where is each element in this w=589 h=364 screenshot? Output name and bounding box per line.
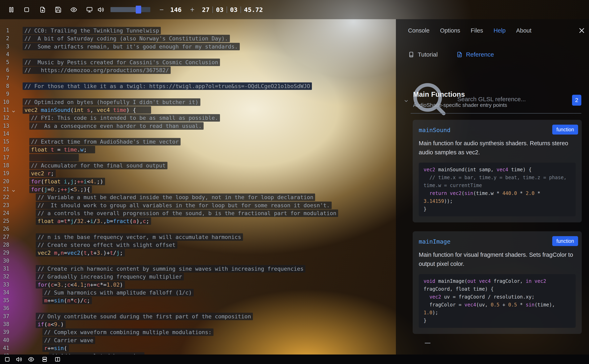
panel-tab-about[interactable]: About xyxy=(516,27,531,34)
code-line[interactable]: 38 if(a<9.) xyxy=(0,320,414,328)
reference-card-mainImage[interactable]: mainImagefunctionMain function for visua… xyxy=(413,231,582,334)
code-line[interactable]: 32 // Gradually increasing frequency mul… xyxy=(0,273,414,280)
split-vertical-button[interactable] xyxy=(54,356,61,363)
panel-tab-help[interactable]: Help xyxy=(494,27,506,34)
code-line[interactable]: 8// For those that like it as a twigl: h… xyxy=(0,82,414,90)
code-line[interactable]: 24 // a controls the overall progression… xyxy=(0,209,414,217)
line-number: 23 xyxy=(0,202,9,209)
code-text: // Sum harmonics with amplitude falloff … xyxy=(42,289,194,296)
fold-chevron-icon[interactable] xyxy=(11,187,16,192)
code-line[interactable]: 29 vec2 m,n=vec2(t,t+3.)+t/j; xyxy=(0,249,414,257)
code-line[interactable]: 35 m+=sin(n*c)/c; xyxy=(0,297,414,304)
save-button[interactable] xyxy=(55,6,62,13)
split-horizontal-button[interactable] xyxy=(41,356,48,363)
code-line[interactable]: 39 // Complex waveform combining multipl… xyxy=(0,328,414,336)
volume-icon xyxy=(16,356,22,363)
preview-button-bottom[interactable] xyxy=(28,356,34,363)
slider-thumb[interactable] xyxy=(136,6,141,13)
stop-button-bottom[interactable] xyxy=(4,356,11,363)
code-line[interactable]: 33 for(c=3.;c<4.1;n+=c*=1.02) xyxy=(0,281,414,289)
audioshade-app: − 146 + 27030345.72 1// CC0: Trailing th… xyxy=(0,0,589,364)
volume-icon xyxy=(97,6,104,13)
subtab-tutorial[interactable]: Tutorial xyxy=(408,51,438,58)
code-text xyxy=(29,154,79,161)
code-line[interactable]: 6// https://demozoo.org/productions/3675… xyxy=(0,66,414,74)
code-line[interactable]: 23 // It should work to group all variab… xyxy=(0,202,414,209)
panel-tab-files[interactable]: Files xyxy=(471,27,483,34)
reference-card-mainSound[interactable]: mainSoundfunctionMain function for audio… xyxy=(413,120,582,222)
code-line[interactable]: 9 xyxy=(0,90,414,98)
subtab-reference[interactable]: Reference xyxy=(456,51,494,58)
collapse-section-button[interactable] xyxy=(404,98,409,104)
line-number: 18 xyxy=(0,162,9,169)
code-text: vec2 mainSound(int s, vec4 time) { xyxy=(23,106,151,114)
code-line[interactable]: 7 xyxy=(0,74,414,82)
code-line[interactable]: 36 xyxy=(0,304,414,312)
new-file-button[interactable] xyxy=(39,6,46,13)
time-separator xyxy=(227,6,227,13)
code-line[interactable]: 12 // FYI: This code is intended to be a… xyxy=(0,114,414,122)
transport-time-display: 27030345.72 xyxy=(202,0,263,19)
line-number: 3 xyxy=(0,43,9,51)
pause-button[interactable] xyxy=(8,6,15,13)
code-line[interactable]: 18 // Accumulator for the final sound ou… xyxy=(0,162,414,169)
close-panel-button[interactable] xyxy=(578,26,586,34)
line-number: 17 xyxy=(0,154,9,162)
display-button[interactable] xyxy=(86,6,93,13)
code-line[interactable]: 25 float a=t*j/32.+i/3.,b=fract(a),c; xyxy=(0,217,414,225)
code-text: // Gradually increasing frequency multip… xyxy=(36,273,184,280)
code-line[interactable]: 30 xyxy=(0,257,414,265)
line-number: 11 xyxy=(0,106,9,114)
code-editor[interactable]: 1// CC0: Trailing the Twinkling Tunnelwi… xyxy=(0,19,414,355)
line-number: 42 xyxy=(0,352,9,355)
code-line[interactable]: 40 // Carrier wave xyxy=(0,336,414,344)
columns-icon xyxy=(54,356,61,363)
code-line[interactable]: 21 for(j=0.;++j<5.;){ xyxy=(0,185,414,193)
code-example: void mainImage(out vec4 fragColor, in ve… xyxy=(419,274,576,328)
help-subtabs: TutorialReference xyxy=(408,51,494,58)
code-line[interactable]: 13 // As a consequence even harder to re… xyxy=(0,122,414,130)
code-line[interactable]: 27 // n is the base frequency vector, m … xyxy=(0,233,414,241)
code-line[interactable]: 31 // Create rich harmonic content by su… xyxy=(0,265,414,273)
card-title: mainImage xyxy=(419,237,576,245)
code-lines: 1// CC0: Trailing the Twinkling Tunnelwi… xyxy=(0,27,414,355)
volume-button-bottom[interactable] xyxy=(16,356,22,363)
preview-button[interactable] xyxy=(70,6,77,13)
audio-mute-button[interactable] xyxy=(97,6,104,13)
code-line[interactable]: 22 // Variable a must be declared inside… xyxy=(0,193,414,201)
eye-icon xyxy=(70,6,77,13)
stop-button[interactable] xyxy=(23,6,30,13)
code-line[interactable]: 10// Optimized on bytes (hopefully I did… xyxy=(0,98,414,106)
code-line[interactable]: 28 // Create stereo effect with slight o… xyxy=(0,241,414,249)
line-number: 36 xyxy=(0,304,9,312)
code-line[interactable]: 15 // Extract time from AudioShade's tim… xyxy=(0,138,414,146)
panel-tab-options[interactable]: Options xyxy=(440,27,460,34)
code-line[interactable]: 19 vec2 r; xyxy=(0,169,414,177)
code-line[interactable]: 11vec2 mainSound(int s, vec4 time) { xyxy=(0,106,414,114)
function-badge: function xyxy=(552,236,578,246)
code-line[interactable]: 4 xyxy=(0,51,414,58)
line-number: 35 xyxy=(0,297,9,304)
bpm-increase-button[interactable]: + xyxy=(188,0,196,19)
volume-slider[interactable] xyxy=(110,7,150,12)
code-line[interactable]: 1// CC0: Trailing the Twinkling Tunnelwi… xyxy=(0,27,414,34)
code-line[interactable]: 20 for(float i,j;++i<4.;) xyxy=(0,178,414,185)
code-line[interactable]: 42 // Add accumulated harmonics xyxy=(0,352,414,355)
code-line[interactable]: 17 xyxy=(0,154,414,162)
code-line[interactable]: 5// Music by Pestis created for Cassini'… xyxy=(0,58,414,66)
code-line[interactable]: 2// A bit of Saturday coding (also Norwa… xyxy=(0,34,414,42)
code-line[interactable]: 14 xyxy=(0,130,414,138)
code-line[interactable]: 41 r+=sin( xyxy=(0,344,414,352)
code-line[interactable]: 26 xyxy=(0,225,414,233)
code-line[interactable]: 34 // Sum harmonics with amplitude fallo… xyxy=(0,289,414,297)
code-line[interactable]: 16 float t = time.w; xyxy=(0,146,414,154)
file-text-icon xyxy=(456,51,463,58)
fold-chevron-icon[interactable] xyxy=(11,108,16,112)
bpm-decrease-button[interactable]: − xyxy=(158,0,165,19)
line-number: 39 xyxy=(0,328,9,336)
line-number: 16 xyxy=(0,146,9,154)
panel-tab-console[interactable]: Console xyxy=(408,27,429,34)
code-text: // Accumulator for the final sound outpu… xyxy=(29,162,168,169)
code-line[interactable]: 3// Some artifacts remain, but it's good… xyxy=(0,43,414,51)
code-line[interactable]: 37 // Only contribute sound during the f… xyxy=(0,312,414,320)
